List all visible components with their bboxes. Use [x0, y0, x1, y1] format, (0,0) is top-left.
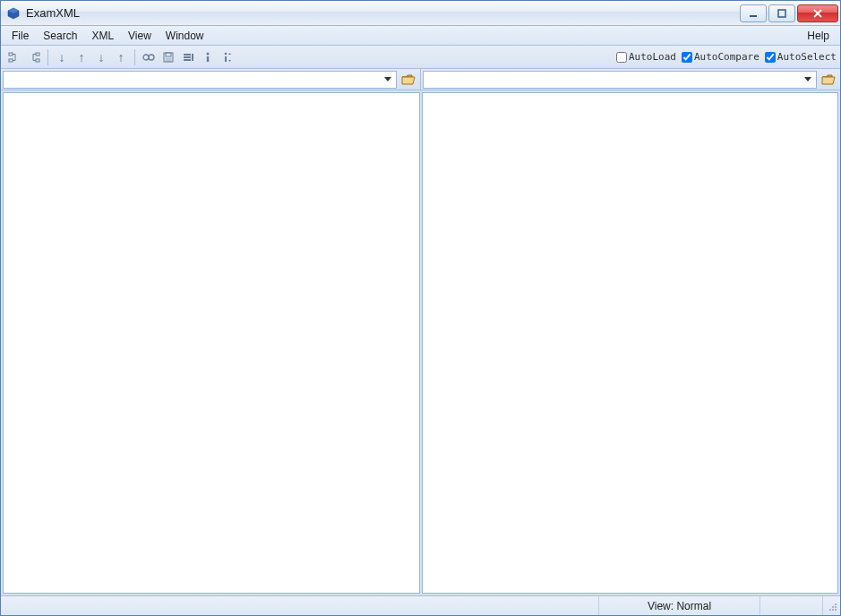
menu-xml[interactable]: XML: [84, 28, 121, 44]
svg-point-23: [835, 609, 837, 611]
toolbar-next-diff-icon[interactable]: ↓: [52, 47, 72, 67]
svg-point-27: [832, 606, 834, 608]
left-open-button[interactable]: [399, 71, 418, 89]
toolbar-separator: [47, 49, 48, 65]
svg-rect-7: [36, 59, 39, 62]
svg-point-17: [207, 52, 210, 55]
menu-window[interactable]: Window: [159, 28, 211, 44]
right-open-button[interactable]: [819, 71, 838, 89]
autocompare-input[interactable]: [682, 52, 692, 63]
toolbar-prev-diff-icon[interactable]: ↑: [72, 47, 91, 67]
maximize-button[interactable]: [768, 4, 795, 22]
window-controls: [738, 4, 838, 22]
status-view-mode: View: Normal: [598, 596, 759, 615]
folder-open-icon: [821, 73, 836, 86]
toolbar-options-icon[interactable]: [178, 47, 198, 67]
menu-file[interactable]: File: [4, 28, 36, 44]
svg-rect-18: [207, 56, 209, 62]
right-pane[interactable]: [422, 92, 839, 594]
svg-point-25: [835, 606, 837, 608]
auto-options: AutoLoad AutoCompare AutoSelect: [616, 51, 837, 63]
svg-rect-12: [166, 58, 171, 62]
toolbar-next-diff-alt-icon[interactable]: ↓: [91, 47, 111, 67]
menu-search[interactable]: Search: [36, 28, 84, 44]
content-area: [1, 90, 840, 595]
window-title: ExamXML: [26, 6, 738, 20]
toolbar-info-icon[interactable]: [198, 47, 218, 67]
autocompare-label: AutoCompare: [694, 51, 759, 63]
status-extra: [759, 596, 822, 615]
status-message: [1, 596, 598, 615]
svg-rect-20: [225, 56, 227, 62]
autoselect-label: AutoSelect: [777, 51, 837, 63]
toolbar-prev-diff-alt-icon[interactable]: ↑: [111, 47, 131, 67]
autoload-checkbox[interactable]: AutoLoad: [616, 51, 676, 63]
svg-point-28: [835, 603, 837, 605]
toolbar-find-icon[interactable]: [139, 47, 159, 67]
toolbar-tree-right-icon[interactable]: [24, 47, 44, 67]
svg-rect-13: [184, 54, 191, 56]
app-window: ExamXML File Search XML View Window Help: [0, 0, 841, 616]
right-file-dropdown-icon[interactable]: [802, 73, 814, 86]
toolbar-tree-left-icon[interactable]: [4, 47, 24, 67]
autocompare-checkbox[interactable]: AutoCompare: [682, 51, 759, 63]
svg-marker-21: [384, 77, 391, 81]
svg-marker-22: [804, 77, 811, 81]
minimize-button[interactable]: [740, 4, 767, 22]
svg-point-8: [143, 55, 149, 60]
close-button[interactable]: [797, 4, 838, 22]
svg-rect-6: [36, 53, 39, 56]
autoload-input[interactable]: [616, 52, 627, 63]
svg-rect-16: [192, 54, 193, 61]
right-file-slot: [420, 69, 840, 90]
svg-rect-2: [750, 15, 757, 17]
status-bar: View: Normal: [1, 595, 840, 615]
toolbar-save-icon[interactable]: [159, 47, 178, 67]
svg-point-9: [149, 55, 154, 60]
svg-rect-4: [9, 53, 13, 56]
file-selector-row: [1, 69, 840, 90]
svg-rect-14: [184, 56, 191, 58]
autoselect-checkbox[interactable]: AutoSelect: [765, 51, 837, 63]
svg-rect-15: [184, 59, 191, 61]
autoload-label: AutoLoad: [629, 51, 676, 63]
svg-point-19: [225, 52, 227, 55]
menu-view[interactable]: View: [121, 28, 159, 44]
left-file-slot: [1, 69, 420, 90]
autoselect-input[interactable]: [765, 52, 776, 63]
svg-rect-3: [778, 10, 785, 17]
left-file-dropdown-icon[interactable]: [382, 73, 394, 86]
right-file-combo[interactable]: [423, 71, 817, 89]
left-pane[interactable]: [3, 92, 420, 594]
toolbar: ↓ ↑ ↓ ↑ AutoLoad AutoCompare: [1, 46, 840, 69]
app-icon: [6, 6, 21, 21]
svg-rect-11: [166, 53, 171, 56]
menu-help[interactable]: Help: [800, 28, 837, 44]
resize-grip-icon[interactable]: [822, 596, 840, 615]
folder-open-icon: [401, 73, 416, 86]
toolbar-info-alt-icon[interactable]: [218, 47, 237, 67]
svg-rect-5: [9, 59, 13, 62]
svg-point-26: [829, 609, 831, 611]
menu-bar: File Search XML View Window Help: [1, 26, 840, 46]
toolbar-separator: [134, 49, 135, 65]
left-file-combo[interactable]: [3, 71, 397, 89]
svg-point-24: [832, 609, 834, 611]
title-bar: ExamXML: [1, 1, 840, 26]
